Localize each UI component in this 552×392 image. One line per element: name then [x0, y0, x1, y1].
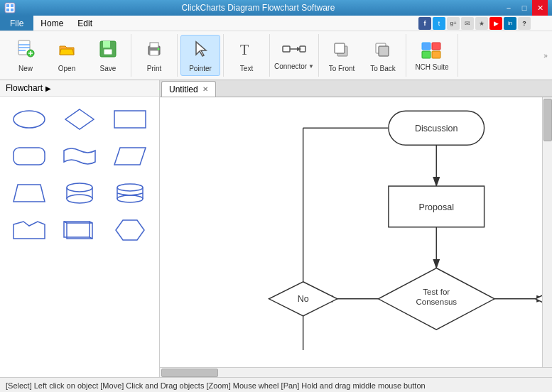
svg-marker-37 [114, 148, 146, 165]
edit-menu[interactable]: Edit [70, 16, 99, 31]
svg-rect-48 [67, 223, 92, 239]
text-button[interactable]: T Text [227, 35, 266, 76]
connector-label: Connector [274, 62, 307, 70]
h-scrollbar-row [160, 367, 552, 377]
toolbar-expand[interactable]: » [541, 48, 551, 62]
text-label: Text [240, 65, 253, 72]
to-front-button[interactable]: To Front [322, 35, 362, 76]
text-icon: T [237, 39, 256, 63]
nch-suite-label: NCH Suite [415, 63, 448, 71]
open-button[interactable]: Open [47, 35, 87, 76]
svg-rect-13 [103, 41, 110, 48]
pointer-button[interactable]: Pointer [180, 35, 220, 76]
close-button[interactable]: ✕ [532, 0, 548, 16]
linkedin-icon[interactable]: in [504, 17, 516, 30]
svg-rect-28 [379, 46, 389, 56]
pointer-group: Pointer [178, 34, 224, 77]
shape-hexagon[interactable] [107, 214, 152, 246]
shape-rect-3d[interactable] [58, 214, 102, 246]
open-icon [57, 39, 77, 63]
nch-group: NCH Suite [406, 34, 458, 77]
svg-marker-47 [13, 222, 45, 239]
ribbon: File Home Edit f t g+ ✉ ★ ▶ in ? [0, 16, 552, 80]
h-scrollbar-thumb[interactable] [161, 369, 218, 377]
svg-rect-4 [11, 9, 13, 11]
canvas-wrapper: Untitled ✕ Discussion Proposal [160, 80, 552, 377]
svg-text:Discussion: Discussion [415, 124, 458, 134]
shapes-panel: Flowchart ▶ [0, 80, 160, 377]
connector-button[interactable]: Connector ▼ [273, 35, 315, 76]
connector-icon [281, 40, 307, 62]
shape-database[interactable] [107, 178, 152, 209]
svg-marker-19 [196, 42, 206, 56]
svg-text:No: No [298, 294, 309, 304]
save-button[interactable]: Save [88, 35, 128, 76]
svg-text:Proposal: Proposal [419, 202, 454, 212]
shape-diamond-thin[interactable] [58, 104, 102, 135]
svg-rect-26 [335, 43, 345, 53]
title-bar: ClickCharts Diagram Flowchart Software −… [0, 0, 552, 16]
svg-point-46 [117, 195, 143, 202]
tab-close-icon[interactable]: ✕ [202, 85, 208, 93]
social-icon-3[interactable]: g+ [447, 17, 460, 30]
print-button[interactable]: Print [134, 35, 174, 76]
shapes-grid [0, 97, 159, 253]
pointer-label: Pointer [189, 65, 212, 72]
svg-marker-53 [116, 220, 144, 240]
youtube-icon[interactable]: ▶ [489, 17, 502, 30]
horizontal-scrollbar[interactable] [160, 368, 542, 377]
shape-trapezoid[interactable] [7, 178, 52, 209]
new-button[interactable]: New [6, 35, 45, 76]
svg-point-42 [67, 195, 92, 203]
file-menu[interactable]: File [0, 16, 33, 31]
social-icon-4[interactable]: ✉ [461, 17, 474, 30]
shape-rect[interactable] [107, 104, 152, 135]
home-menu[interactable]: Home [33, 16, 70, 31]
svg-rect-36 [13, 148, 45, 165]
minimize-button[interactable]: − [501, 0, 516, 16]
shape-parallelogram[interactable] [107, 141, 152, 172]
shapes-header-label: Flowchart [6, 83, 43, 93]
to-back-button[interactable]: To Back [363, 35, 403, 76]
svg-rect-2 [11, 4, 13, 7]
svg-rect-14 [104, 49, 112, 55]
connector-dropdown-icon[interactable]: ▼ [308, 63, 314, 70]
app-icon [4, 2, 16, 13]
svg-marker-67 [536, 282, 542, 316]
shape-irregular[interactable] [7, 214, 52, 246]
svg-rect-32 [432, 51, 440, 58]
help-icon[interactable]: ? [518, 17, 531, 30]
twitter-icon[interactable]: t [433, 17, 445, 30]
svg-rect-17 [150, 50, 158, 55]
svg-rect-21 [283, 46, 290, 52]
scrollbar-corner [542, 368, 552, 377]
toolbar: New Open Sa [0, 31, 552, 80]
nch-suite-button[interactable]: NCH Suite [409, 35, 455, 76]
tab-bar: Untitled ✕ [160, 80, 552, 97]
shape-ribbon[interactable] [58, 141, 102, 172]
maximize-button[interactable]: □ [516, 0, 532, 16]
shape-oval[interactable] [7, 104, 52, 135]
vertical-scrollbar[interactable] [542, 97, 552, 367]
svg-point-43 [117, 184, 143, 191]
svg-rect-49 [64, 222, 90, 237]
shape-cylinder[interactable] [58, 178, 102, 209]
svg-rect-35 [114, 111, 146, 128]
canvas[interactable]: Discussion Proposal Test for Consensus [160, 97, 542, 367]
shape-rounded-rect[interactable] [7, 141, 52, 172]
connector-group: Connector ▼ [270, 34, 319, 77]
nch-suite-icon [421, 40, 443, 62]
shapes-expand-icon: ▶ [45, 85, 51, 92]
save-label: Save [100, 65, 117, 72]
facebook-icon[interactable]: f [418, 17, 431, 30]
print-icon [144, 39, 164, 63]
new-label: New [18, 65, 33, 72]
tab-untitled[interactable]: Untitled ✕ [161, 81, 216, 97]
to-back-icon [373, 39, 393, 63]
app-title: ClickCharts Diagram Flowchart Software [16, 3, 501, 13]
v-scrollbar-thumb[interactable] [543, 99, 552, 141]
shapes-header[interactable]: Flowchart ▶ [0, 80, 159, 97]
to-front-label: To Front [329, 65, 355, 72]
social-icon-5[interactable]: ★ [475, 17, 488, 30]
pointer-icon [190, 39, 210, 63]
